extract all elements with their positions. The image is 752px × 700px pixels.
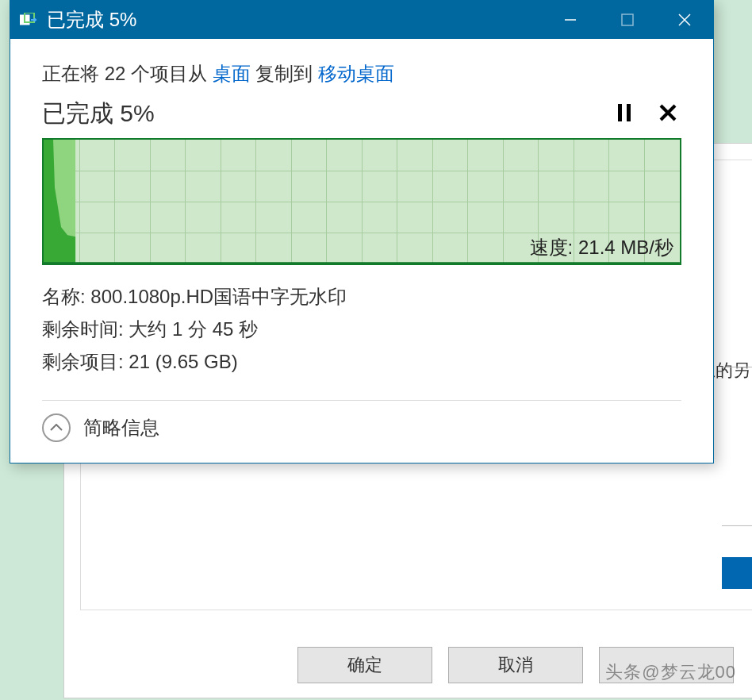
copy-prefix: 正在将 22 个项目从 [42, 63, 213, 84]
background-divider [722, 367, 752, 367]
time-remaining-value: 大约 1 分 45 秒 [129, 318, 258, 340]
copy-description: 正在将 22 个项目从 桌面 复制到 移动桌面 [42, 61, 681, 87]
svg-rect-7 [627, 104, 631, 121]
chevron-up-icon [42, 413, 71, 442]
fewer-details-label: 简略信息 [83, 415, 159, 440]
source-link[interactable]: 桌面 [213, 63, 251, 84]
copy-progress-dialog: 已完成 5% 正在将 22 个项目从 桌面 复制到 移动桌面 已完成 5% [10, 0, 714, 463]
copy-mid: 复制到 [251, 63, 318, 84]
items-remaining-label: 剩余项目: [42, 351, 129, 372]
background-divider [722, 525, 752, 526]
dest-link[interactable]: 移动桌面 [318, 63, 394, 84]
watermark: 头条@梦云龙00 [605, 660, 736, 684]
name-value: 800.1080p.HD国语中字无水印 [90, 286, 347, 307]
cancel-button[interactable]: 取消 [448, 647, 583, 683]
svg-rect-3 [622, 14, 633, 25]
details-block: 名称: 800.1080p.HD国语中字无水印 剩余时间: 大约 1 分 45 … [42, 281, 681, 378]
titlebar: 已完成 5% [10, 1, 713, 39]
transfer-speed-chart: 速度: 21.4 MB/秒 [42, 138, 681, 265]
svg-rect-6 [618, 104, 622, 121]
background-highlight-bar [722, 557, 752, 589]
speed-label: 速度: 21.4 MB/秒 [530, 235, 673, 260]
cancel-x-button[interactable] [659, 104, 677, 125]
maximize-button[interactable] [599, 1, 656, 39]
progress-status: 已完成 5% [42, 98, 616, 130]
window-title: 已完成 5% [47, 7, 542, 33]
copy-icon [20, 13, 37, 27]
divider [42, 400, 681, 401]
time-remaining-label: 剩余时间: [42, 318, 129, 340]
close-button[interactable] [656, 1, 713, 39]
ok-button[interactable]: 确定 [297, 647, 432, 683]
items-remaining-value: 21 (9.65 GB) [129, 351, 237, 372]
name-label: 名称: [42, 286, 90, 307]
minimize-button[interactable] [542, 1, 599, 39]
fewer-details-toggle[interactable]: 简略信息 [42, 413, 681, 442]
pause-button[interactable] [616, 104, 632, 125]
